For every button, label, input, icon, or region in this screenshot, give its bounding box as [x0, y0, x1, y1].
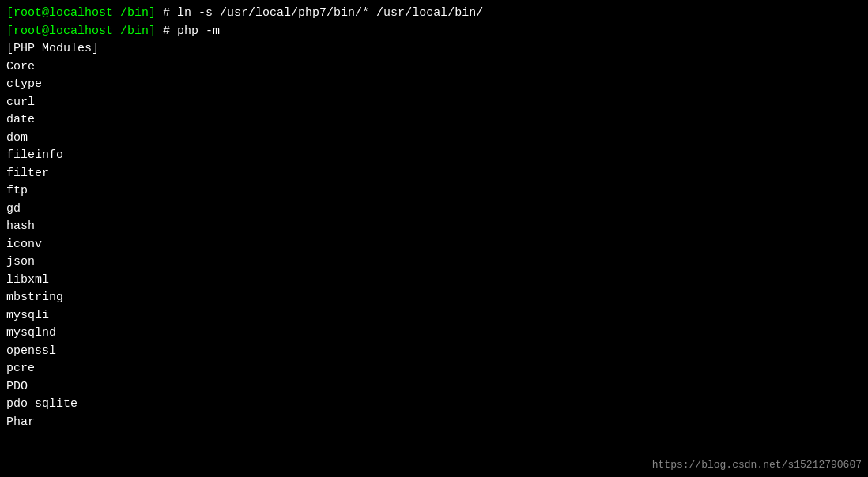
command-text-1: ln -s /usr/local/php7/bin/* /usr/local/b… [177, 6, 483, 20]
prompt-user-host-1: root@localhost /bin [13, 6, 149, 20]
module-core: Core [6, 58, 862, 77]
module-ftp: ftp [6, 182, 862, 201]
prompt-user-host-2: root@localhost /bin [13, 24, 149, 38]
module-mysqli: mysqli [6, 307, 862, 325]
module-iconv: iconv [6, 236, 862, 254]
module-libxml: libxml [6, 272, 862, 290]
module-pdo-sqlite: pdo_sqlite [6, 396, 862, 414]
module-phar: Phar [6, 414, 862, 432]
module-pcre: pcre [6, 360, 862, 378]
module-mbstring: mbstring [6, 289, 862, 307]
prompt-bracket-close-2: ] [149, 24, 156, 38]
command-line-2: [root@localhost /bin] # php -m [6, 23, 862, 41]
watermark: https://blog.csdn.net/s15212790607 [652, 459, 862, 471]
module-dom: dom [6, 130, 862, 148]
module-curl: curl [6, 94, 862, 112]
prompt-bracket-close-1: ] [149, 6, 156, 20]
php-modules-header: [PHP Modules] [6, 40, 862, 58]
prompt-bracket-1: [ [6, 6, 13, 20]
module-openssl: openssl [6, 343, 862, 361]
prompt-hash-2: # [156, 24, 177, 38]
prompt-hash-1: # [156, 6, 177, 20]
module-ctype: ctype [6, 76, 862, 94]
command-line-1: [root@localhost /bin] # ln -s /usr/local… [6, 5, 862, 23]
prompt-bracket-2: [ [6, 24, 13, 38]
terminal: [root@localhost /bin] # ln -s /usr/local… [0, 0, 868, 477]
module-json: json [6, 254, 862, 272]
module-date: date [6, 111, 862, 130]
module-filter: filter [6, 165, 862, 183]
module-fileinfo: fileinfo [6, 147, 862, 165]
command-text-2: php -m [177, 24, 220, 38]
module-hash: hash [6, 218, 862, 236]
module-gd: gd [6, 201, 862, 219]
module-mysqlnd: mysqlnd [6, 325, 862, 343]
module-pdo: PDO [6, 378, 862, 396]
